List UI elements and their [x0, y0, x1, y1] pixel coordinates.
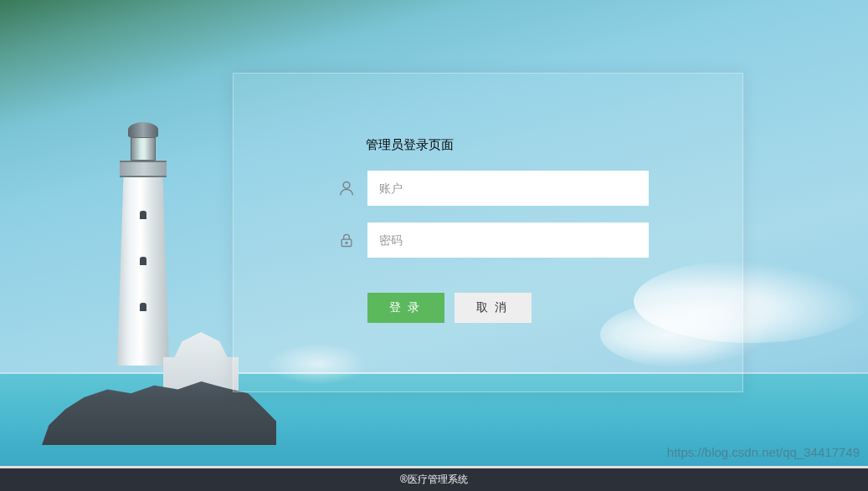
password-input[interactable]: [367, 222, 649, 258]
login-title: 管理员登录页面: [366, 137, 454, 153]
watermark: https://blog.csdn.net/qq_34417749: [667, 445, 860, 459]
cancel-button[interactable]: 取消: [455, 293, 532, 323]
user-icon: [336, 177, 357, 199]
login-button[interactable]: 登录: [367, 293, 444, 323]
lock-icon: [336, 229, 357, 251]
username-row: [336, 171, 649, 206]
footer: ®医疗管理系统: [0, 466, 868, 491]
password-row: [336, 222, 649, 258]
svg-point-0: [343, 182, 350, 188]
login-panel: 管理员登录页面 登录 取消: [233, 73, 743, 392]
username-input[interactable]: [367, 171, 649, 206]
button-row: 登录 取消: [367, 293, 532, 323]
footer-text: ®医疗管理系统: [400, 473, 468, 487]
svg-point-2: [346, 242, 347, 243]
